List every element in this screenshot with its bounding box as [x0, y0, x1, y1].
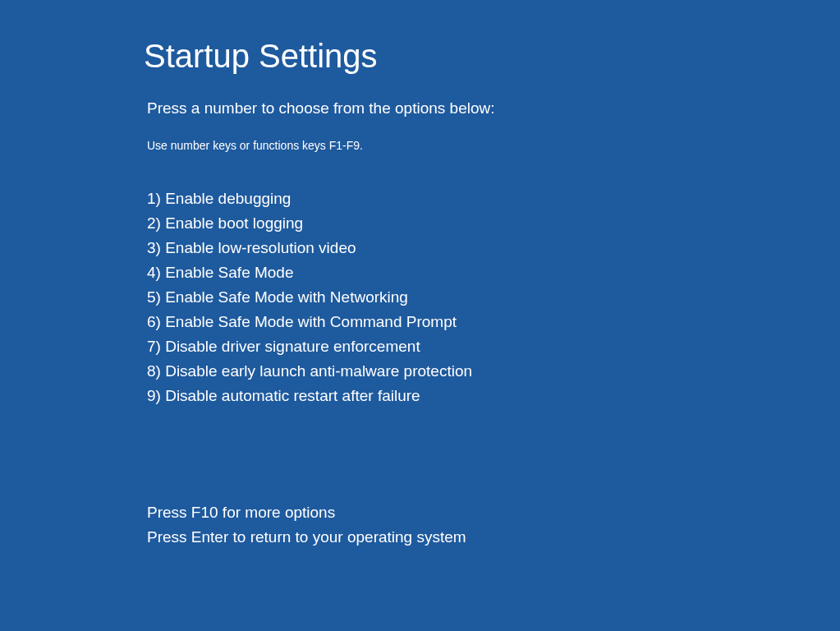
option-enable-safe-mode-command-prompt[interactable]: 6) Enable Safe Mode with Command Prompt	[147, 310, 495, 334]
option-enable-low-resolution-video[interactable]: 3) Enable low-resolution video	[147, 236, 495, 260]
hint-text: Use number keys or functions keys F1-F9.	[147, 139, 495, 152]
footer-instructions: Press F10 for more options Press Enter t…	[147, 500, 495, 550]
startup-settings-screen: Startup Settings Press a number to choos…	[144, 38, 495, 550]
option-disable-automatic-restart[interactable]: 9) Disable automatic restart after failu…	[147, 384, 495, 408]
option-enable-safe-mode[interactable]: 4) Enable Safe Mode	[147, 260, 495, 285]
page-title: Startup Settings	[144, 38, 495, 75]
option-enable-safe-mode-networking[interactable]: 5) Enable Safe Mode with Networking	[147, 285, 495, 310]
options-list: 1) Enable debugging 2) Enable boot loggi…	[147, 187, 495, 408]
option-enable-boot-logging[interactable]: 2) Enable boot logging	[147, 211, 495, 236]
footer-return-to-os: Press Enter to return to your operating …	[147, 525, 495, 550]
footer-more-options: Press F10 for more options	[147, 500, 495, 525]
option-disable-early-launch-anti-malware[interactable]: 8) Disable early launch anti-malware pro…	[147, 359, 495, 384]
option-disable-driver-signature-enforcement[interactable]: 7) Disable driver signature enforcement	[147, 334, 495, 359]
option-enable-debugging[interactable]: 1) Enable debugging	[147, 187, 495, 211]
instruction-text: Press a number to choose from the option…	[147, 99, 495, 117]
